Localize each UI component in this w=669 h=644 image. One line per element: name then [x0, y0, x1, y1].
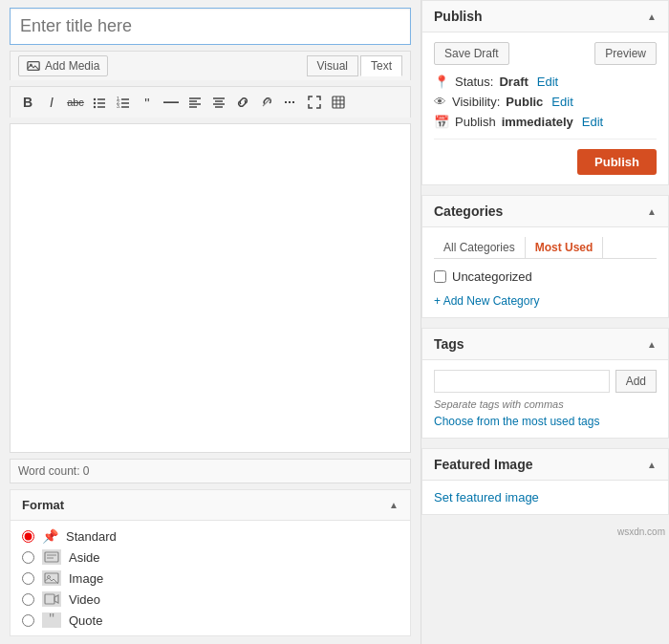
visibility-label: Visibility: — [452, 95, 500, 109]
set-featured-image-link[interactable]: Set featured image — [434, 490, 539, 504]
tags-box-content: Add Separate tags with commas Choose fro… — [422, 360, 668, 438]
format-label-standard: Standard — [66, 529, 117, 544]
category-label-uncategorized: Uncategorized — [452, 269, 532, 284]
visibility-row: 👁 Visibility: Public Edit — [434, 95, 657, 109]
svg-rect-34 — [45, 594, 54, 604]
publish-button[interactable]: Publish — [577, 149, 657, 175]
svg-text:3.: 3. — [117, 103, 120, 109]
format-radio-image[interactable] — [22, 572, 34, 585]
blockquote-button[interactable]: " — [136, 91, 159, 114]
format-title: Format — [22, 498, 64, 512]
tags-hint: Separate tags with commas — [434, 398, 657, 410]
format-radio-video[interactable] — [22, 593, 34, 606]
status-row: 📍 Status: Draft Edit — [434, 75, 657, 89]
visibility-icon: 👁 — [434, 95, 446, 109]
align-left-button[interactable] — [183, 91, 206, 114]
link-button[interactable] — [231, 91, 254, 114]
bold-button[interactable]: B — [16, 91, 39, 114]
svg-point-6 — [94, 106, 96, 108]
publish-box-content: Save Draft Preview 📍 Status: Draft Edit … — [422, 32, 668, 184]
format-item-standard[interactable]: 📌 Standard — [22, 528, 399, 544]
more-button[interactable] — [279, 91, 302, 114]
format-item-video[interactable]: Video — [22, 591, 399, 607]
tab-text[interactable]: Text — [360, 55, 402, 76]
tab-visual[interactable]: Visual — [307, 55, 358, 76]
svg-rect-29 — [45, 552, 58, 562]
aside-icon — [42, 549, 61, 565]
editor-formatting-toolbar: B I abc 1.2.3. " — — [10, 86, 411, 118]
watermark: wsxdn.com — [421, 525, 669, 539]
tags-input-row: Add — [434, 370, 657, 393]
video-icon — [42, 591, 61, 607]
publish-box: Publish ▲ Save Draft Preview 📍 Status: D… — [421, 0, 669, 185]
format-label-quote: Quote — [69, 613, 102, 628]
format-radio-standard[interactable] — [22, 530, 34, 543]
editor-tabs: Visual Text — [307, 55, 402, 76]
tags-title: Tags — [434, 336, 464, 352]
featured-image-title: Featured Image — [434, 457, 532, 472]
format-collapse-icon[interactable]: ▲ — [389, 500, 399, 510]
tags-box: Tags ▲ Add Separate tags with commas Cho… — [421, 328, 669, 439]
categories-tabs: All Categories Most Used — [434, 237, 657, 259]
category-item-uncategorized: Uncategorized — [434, 267, 657, 287]
format-section: Format ▲ 📌 Standard Aside — [10, 489, 411, 636]
format-item-image[interactable]: Image — [22, 570, 399, 586]
format-radio-aside[interactable] — [22, 551, 34, 564]
tab-all-categories[interactable]: All Categories — [434, 237, 526, 258]
editor-top-bar: Add Media Visual Text — [10, 51, 411, 80]
table-button[interactable] — [327, 91, 350, 114]
publish-actions: Save Draft Preview — [434, 42, 657, 65]
add-media-label: Add Media — [45, 59, 99, 73]
visibility-edit-link[interactable]: Edit — [551, 95, 572, 109]
publish-meta: 📍 Status: Draft Edit 👁 Visibility: Publi… — [434, 75, 657, 129]
status-label: Status: — [455, 75, 493, 89]
featured-image-collapse-icon[interactable]: ▲ — [647, 460, 657, 470]
tags-box-header: Tags ▲ — [422, 329, 668, 360]
unlink-button[interactable] — [255, 91, 278, 114]
add-media-button[interactable]: Add Media — [18, 55, 108, 76]
align-center-button[interactable] — [207, 91, 230, 114]
status-edit-link[interactable]: Edit — [537, 75, 558, 89]
italic-button[interactable]: I — [40, 91, 63, 114]
svg-point-2 — [94, 98, 96, 100]
save-draft-button[interactable]: Save Draft — [434, 42, 509, 65]
publish-footer: Publish — [434, 139, 657, 175]
publish-box-header: Publish ▲ — [422, 1, 668, 32]
format-label-image: Image — [69, 571, 103, 586]
quote-icon: " — [42, 612, 61, 628]
status-icon: 📍 — [434, 75, 449, 89]
svg-rect-24 — [333, 97, 344, 108]
publish-time-edit-link[interactable]: Edit — [582, 115, 603, 129]
add-new-category-link[interactable]: + Add New Category — [434, 294, 657, 308]
format-label-video: Video — [69, 592, 100, 607]
publish-time-icon: 📅 — [434, 115, 449, 129]
media-icon — [27, 59, 40, 73]
categories-collapse-icon[interactable]: ▲ — [647, 206, 657, 217]
ol-button[interactable]: 1.2.3. — [112, 91, 135, 114]
hr-button[interactable]: — — [160, 91, 183, 114]
add-tag-button[interactable]: Add — [615, 370, 657, 393]
categories-box-header: Categories ▲ — [422, 196, 668, 227]
tags-collapse-icon[interactable]: ▲ — [647, 339, 657, 350]
editor-content[interactable] — [10, 123, 411, 453]
preview-button[interactable]: Preview — [594, 42, 657, 65]
choose-tags-link[interactable]: Choose from the most used tags — [434, 415, 599, 428]
fullscreen-button[interactable] — [303, 91, 326, 114]
format-section-header: Format ▲ — [11, 490, 410, 521]
format-item-aside[interactable]: Aside — [22, 549, 399, 565]
featured-image-box: Featured Image ▲ Set featured image — [421, 448, 669, 515]
strikethrough-button[interactable]: abc — [64, 91, 87, 114]
category-checkbox-uncategorized[interactable] — [434, 270, 446, 283]
image-icon — [42, 570, 61, 586]
status-value: Draft — [499, 75, 528, 89]
publish-collapse-icon[interactable]: ▲ — [647, 11, 657, 22]
format-item-quote[interactable]: " Quote — [22, 612, 399, 628]
tab-most-used[interactable]: Most Used — [526, 237, 604, 258]
publish-title: Publish — [434, 9, 483, 24]
format-radio-quote[interactable] — [22, 614, 34, 627]
publish-time-row: 📅 Publish immediately Edit — [434, 115, 657, 129]
ul-button[interactable] — [88, 91, 111, 114]
title-input[interactable] — [10, 8, 411, 45]
tags-input[interactable] — [434, 370, 610, 393]
format-label-aside: Aside — [69, 550, 100, 565]
